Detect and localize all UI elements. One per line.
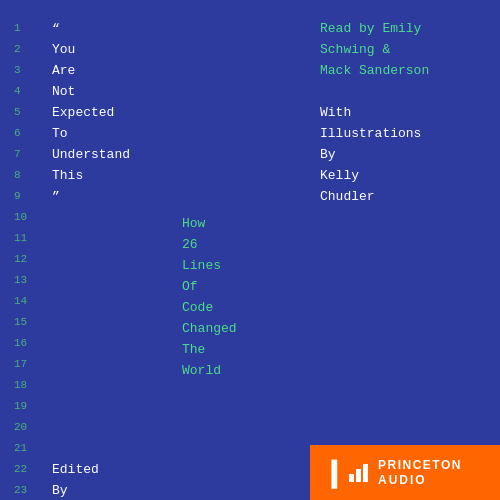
line-num-23: 23 [14, 480, 27, 500]
title-line-1: “ [52, 18, 182, 39]
line-num-22: 22 [14, 459, 27, 480]
title-spacer-20 [52, 417, 182, 438]
title-spacer-17 [52, 354, 182, 375]
title-spacer-16 [52, 333, 182, 354]
subtitle-line-3: Lines [182, 255, 282, 276]
line-num-3: 3 [14, 60, 27, 81]
line-num-20: 20 [14, 417, 27, 438]
line-num-8: 8 [14, 165, 27, 186]
title-column: “ You Are Not Expected To Understand Thi… [52, 18, 182, 500]
subtitle-line-5: Code [182, 297, 282, 318]
line-num-5: 5 [14, 102, 27, 123]
line-num-1: 1 [14, 18, 27, 39]
title-line-6: To [52, 123, 182, 144]
line-num-21: 21 [14, 438, 27, 459]
princeton-audio-text: PRINCETON AUDIO [378, 458, 462, 487]
title-spacer-12 [52, 249, 182, 270]
title-spacer-13 [52, 270, 182, 291]
credits-spacer [320, 81, 480, 102]
line-num-12: 12 [14, 249, 27, 270]
logo-bars-icon [349, 464, 368, 482]
subtitle-line-7: The [182, 339, 282, 360]
line-num-13: 13 [14, 270, 27, 291]
title-line-7: Understand [52, 144, 182, 165]
subtitle-line-4: Of [182, 276, 282, 297]
line-num-19: 19 [14, 396, 27, 417]
title-line-5: Expected [52, 102, 182, 123]
edited-line-22: Edited [52, 459, 182, 480]
credits-column: Read by Emily Schwing & Mack Sanderson W… [320, 18, 480, 207]
line-num-18: 18 [14, 375, 27, 396]
edited-line-23: By [52, 480, 182, 500]
subtitle-line-8: World [182, 360, 282, 381]
title-line-9: ” [52, 186, 182, 207]
line-num-17: 17 [14, 354, 27, 375]
read-by-line-2: Mack Sanderson [320, 60, 480, 81]
audio-label: AUDIO [378, 473, 462, 487]
line-numbers: 1 2 3 4 5 6 7 8 9 10 11 12 13 14 15 16 1… [14, 18, 27, 500]
title-spacer-10 [52, 207, 182, 228]
subtitle-column: How 26 Lines Of Code Changed The World [182, 213, 282, 381]
title-line-8: This [52, 165, 182, 186]
line-num-4: 4 [14, 81, 27, 102]
line-num-16: 16 [14, 333, 27, 354]
title-spacer-15 [52, 312, 182, 333]
chudler-line: Chudler [320, 186, 480, 207]
line-num-10: 10 [14, 207, 27, 228]
title-spacer-14 [52, 291, 182, 312]
line-num-9: 9 [14, 186, 27, 207]
publisher-bar: ❙ PRINCETON AUDIO [310, 445, 500, 500]
title-spacer-18 [52, 375, 182, 396]
princeton-label: PRINCETON [378, 458, 462, 472]
illustrations-line: Illustrations [320, 123, 480, 144]
line-num-11: 11 [14, 228, 27, 249]
line-num-6: 6 [14, 123, 27, 144]
read-by-line-1: Read by Emily Schwing & [320, 18, 480, 60]
title-line-4: Not [52, 81, 182, 102]
title-line-3: Are [52, 60, 182, 81]
line-num-15: 15 [14, 312, 27, 333]
main-container: 1 2 3 4 5 6 7 8 9 10 11 12 13 14 15 16 1… [0, 0, 500, 500]
logo-bracket-icon: ❙ [322, 459, 345, 487]
title-spacer-11 [52, 228, 182, 249]
title-spacer-21 [52, 438, 182, 459]
kelly-line: Kelly [320, 165, 480, 186]
subtitle-line-1: How [182, 213, 282, 234]
line-num-14: 14 [14, 291, 27, 312]
with-line: With [320, 102, 480, 123]
line-num-7: 7 [14, 144, 27, 165]
title-spacer-19 [52, 396, 182, 417]
by-line: By [320, 144, 480, 165]
subtitle-line-2: 26 [182, 234, 282, 255]
title-line-2: You [52, 39, 182, 60]
princeton-logo: ❙ [322, 459, 368, 487]
line-num-2: 2 [14, 39, 27, 60]
subtitle-line-6: Changed [182, 318, 282, 339]
